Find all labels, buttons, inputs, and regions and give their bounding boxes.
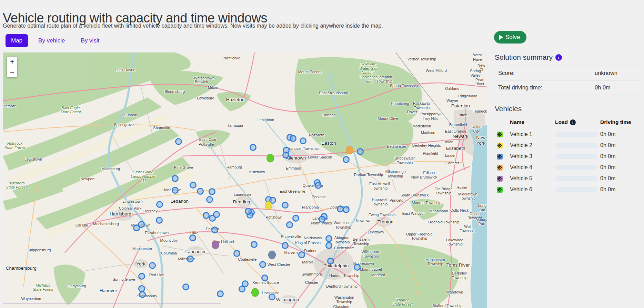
- visit-marker[interactable]: [319, 216, 325, 223]
- visit-marker[interactable]: [325, 235, 332, 242]
- visit-marker[interactable]: [233, 250, 240, 257]
- vehicles-col-driving-time: Driving time: [600, 117, 641, 129]
- tab-by-vehicle[interactable]: By vehicle: [33, 34, 70, 47]
- slate-marker[interactable]: [268, 251, 276, 259]
- visit-marker[interactable]: [315, 182, 322, 189]
- summary-row-label: Score:: [494, 70, 595, 76]
- visit-marker[interactable]: [343, 156, 350, 163]
- vehicle-load-cell: [555, 184, 600, 195]
- visit-marker[interactable]: [239, 286, 245, 292]
- visit-marker[interactable]: [343, 206, 350, 213]
- visit-marker[interactable]: [206, 196, 213, 203]
- visit-marker[interactable]: [203, 212, 210, 219]
- visit-marker[interactable]: [211, 227, 218, 233]
- solution-summary-heading: Solution summary i: [495, 53, 641, 61]
- vehicles-col-name: Name: [510, 117, 555, 129]
- vehicle-crosshairs-icon: [497, 132, 503, 137]
- tab-map[interactable]: Map: [6, 34, 28, 47]
- tab-bar: MapBy vehicleBy visit: [6, 34, 105, 47]
- vehicle-load-cell: [555, 129, 600, 140]
- visit-marker[interactable]: [300, 137, 306, 144]
- vehicle-driving-time: 0h 0m: [600, 151, 641, 162]
- visit-marker[interactable]: [357, 148, 364, 155]
- solve-button[interactable]: Solve: [494, 31, 526, 44]
- visit-marker[interactable]: [282, 202, 289, 209]
- visit-marker[interactable]: [217, 290, 224, 297]
- load-info-icon[interactable]: i: [570, 119, 576, 125]
- visit-marker[interactable]: [149, 262, 156, 269]
- visit-marker[interactable]: [251, 241, 258, 248]
- vehicle-load-cell: [555, 151, 600, 162]
- visit-marker[interactable]: [139, 291, 146, 298]
- visit-marker[interactable]: [325, 242, 332, 249]
- visit-marker[interactable]: [282, 152, 289, 158]
- vehicles-table: Name Load i Driving time Vehicle 10h 0mV…: [494, 117, 641, 195]
- purple-marker[interactable]: [212, 241, 219, 249]
- visit-marker[interactable]: [187, 256, 194, 262]
- vehicle-load-cell: [555, 162, 600, 173]
- visit-marker[interactable]: [182, 283, 189, 290]
- vehicle-row-icon-cell: [494, 162, 510, 173]
- vehicle-name: Vehicle 3: [510, 151, 555, 162]
- visit-marker[interactable]: [189, 234, 196, 241]
- visit-marker[interactable]: [209, 215, 216, 222]
- visit-marker[interactable]: [190, 182, 197, 189]
- visit-marker[interactable]: [282, 242, 289, 249]
- visit-marker[interactable]: [327, 258, 334, 264]
- vehicles-col-load: Load i: [555, 117, 600, 129]
- zoom-out-button[interactable]: −: [7, 67, 17, 77]
- visit-marker[interactable]: [259, 261, 266, 268]
- visit-marker[interactable]: [138, 273, 145, 280]
- vehicle-load-cell: [555, 173, 600, 184]
- vehicle-load-bar: [555, 143, 597, 148]
- map-zoom-control: + −: [7, 57, 17, 77]
- zoom-in-button[interactable]: +: [7, 57, 17, 67]
- info-icon[interactable]: i: [555, 54, 562, 61]
- vehicle-name: Vehicle 2: [510, 140, 555, 151]
- vehicle-load-bar: [555, 165, 597, 170]
- visit-marker[interactable]: [209, 188, 215, 195]
- visit-marker[interactable]: [269, 293, 275, 300]
- visit-marker[interactable]: [250, 144, 256, 151]
- map[interactable]: Lock HavenWatsontownMiltonLewisburgBloom…: [3, 52, 487, 308]
- summary-row-label: Total driving time:: [494, 84, 595, 91]
- vehicle-row-icon-cell: [494, 184, 510, 195]
- visit-marker[interactable]: [298, 251, 305, 258]
- vehicle-crosshairs-icon: [497, 143, 503, 148]
- visit-marker[interactable]: [354, 264, 361, 271]
- vehicle-driving-time: 0h 0m: [600, 184, 641, 195]
- vehicles-heading: Vehicles: [495, 105, 641, 113]
- vehicle-driving-time: 0h 0m: [600, 162, 641, 173]
- vehicle-driving-time: 0h 0m: [600, 173, 641, 184]
- orange-marker[interactable]: [346, 146, 353, 155]
- visit-marker[interactable]: [290, 135, 296, 142]
- visit-marker[interactable]: [175, 138, 182, 145]
- visit-marker[interactable]: [133, 224, 140, 231]
- summary-row-value: unknown: [595, 70, 641, 76]
- visit-marker[interactable]: [261, 275, 268, 281]
- summary-row-value: 0h 0m: [595, 84, 641, 91]
- visit-marker[interactable]: [292, 215, 299, 222]
- yellow-marker[interactable]: [265, 201, 272, 210]
- vehicle-name: Vehicle 4: [510, 162, 555, 173]
- green-marker[interactable]: [266, 154, 274, 162]
- visit-marker[interactable]: [286, 221, 293, 228]
- vehicle-crosshairs-icon: [497, 165, 503, 171]
- vehicle-row-icon-cell: [494, 129, 510, 140]
- visit-marker[interactable]: [245, 208, 252, 215]
- vehicle-name: Vehicle 1: [510, 129, 555, 140]
- vehicle-row-icon-cell: [494, 173, 510, 184]
- vehicle-load-bar: [555, 187, 597, 192]
- side-panel: Solve Solution summary i Score:unknownTo…: [494, 31, 641, 195]
- green-marker[interactable]: [251, 288, 259, 297]
- visit-marker[interactable]: [197, 188, 204, 195]
- visit-marker[interactable]: [172, 187, 179, 194]
- visit-marker[interactable]: [172, 175, 179, 182]
- visit-marker[interactable]: [156, 217, 163, 224]
- vehicle-name: Vehicle 5: [510, 173, 555, 184]
- tab-by-visit[interactable]: By visit: [76, 34, 105, 47]
- vehicle-row-icon-cell: [494, 140, 510, 151]
- visit-marker[interactable]: [156, 201, 163, 208]
- vehicle-name: Vehicle 6: [510, 184, 555, 195]
- vehicle-load-bar: [555, 176, 597, 181]
